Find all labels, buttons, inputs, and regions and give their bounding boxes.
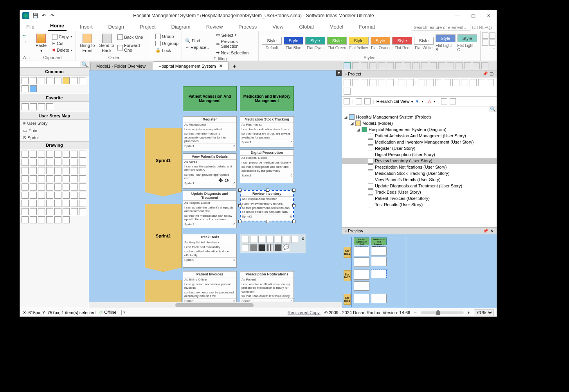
epic-shape[interactable]: Medication and Inventory Management — [240, 86, 294, 111]
usm-sprint[interactable]: SSprint — [20, 134, 89, 141]
expand-icon[interactable] — [356, 98, 362, 104]
shape-tool-icon[interactable] — [71, 192, 78, 199]
shape-tool-icon[interactable] — [30, 167, 37, 174]
menu-home[interactable]: Home — [48, 22, 67, 31]
shape-tool-icon[interactable] — [38, 200, 45, 207]
zoom-out-button[interactable]: − — [414, 310, 416, 315]
project-tool-icon[interactable] — [369, 79, 376, 86]
frame-tool-icon[interactable] — [54, 77, 61, 84]
panel-view-icon[interactable] — [447, 62, 454, 69]
menu-design[interactable]: Design — [106, 23, 126, 31]
project-tool-icon[interactable] — [478, 79, 485, 86]
story-card-review_inv[interactable]: Review InventoryAs Hospital Administrato… — [240, 190, 294, 221]
ribbon-back-icon[interactable]: ← — [22, 32, 27, 38]
fav2-icon[interactable] — [30, 103, 37, 110]
menu-project[interactable]: Project — [137, 23, 158, 31]
shape-tool-icon[interactable] — [30, 151, 37, 158]
shape-tool-icon[interactable] — [63, 200, 70, 207]
ctx-icon[interactable] — [275, 236, 282, 243]
panel-view-icon[interactable] — [404, 62, 411, 69]
ribbon-expand-icon[interactable]: ⌄ — [482, 46, 496, 50]
project-tool-icon[interactable] — [418, 79, 425, 86]
panel-view-icon[interactable] — [464, 62, 471, 69]
shape-tool-icon[interactable] — [38, 159, 45, 166]
project-tool-icon[interactable] — [470, 79, 477, 86]
usm-epic[interactable]: ▭Epic — [20, 127, 89, 134]
shape-tool-icon[interactable] — [54, 208, 61, 215]
close-button[interactable]: ✕ — [481, 10, 497, 21]
story-card-track_beds[interactable]: Track BedsAs Hospital AdministratorI can… — [183, 234, 237, 268]
zoom-thumb[interactable] — [436, 310, 440, 315]
canvas-scrollbar[interactable] — [89, 302, 342, 308]
menu-format[interactable]: Format — [357, 23, 377, 31]
panel-view-icon[interactable] — [421, 62, 428, 69]
card-tool-icon[interactable] — [22, 85, 29, 92]
shape-tool-icon[interactable] — [79, 208, 86, 215]
locate-icon[interactable] — [441, 98, 447, 104]
shape-tool-icon[interactable] — [22, 200, 29, 207]
collapse-icon[interactable] — [364, 98, 371, 104]
view-mode-button[interactable]: Hierarchical View ▾ — [376, 99, 413, 104]
shape-tool-icon[interactable] — [54, 167, 61, 174]
copy-button[interactable]: Copy▾ — [52, 34, 72, 40]
shape-tool-icon[interactable] — [63, 159, 70, 166]
panel-view-icon[interactable] — [387, 62, 394, 69]
project-tool-icon[interactable] — [487, 79, 494, 86]
shape-tool-icon[interactable] — [22, 216, 29, 223]
shape-tool-icon[interactable] — [22, 175, 29, 182]
shape-tool-icon[interactable] — [79, 200, 86, 207]
refresh-icon[interactable] — [344, 98, 350, 104]
note-tool-icon[interactable] — [63, 77, 70, 84]
tree-node[interactable]: Register (User Story) — [342, 145, 497, 151]
tree-node[interactable]: Patient Invoices (User Story) — [342, 195, 497, 201]
ctx-icon[interactable] — [291, 236, 298, 243]
style-cyan[interactable]: Style — [305, 37, 325, 45]
shape-tool-icon[interactable] — [30, 175, 37, 182]
ctx-comment-icon[interactable]: 💬 — [283, 244, 290, 251]
ctx-color-white[interactable] — [242, 244, 249, 251]
shape-tool-icon[interactable] — [71, 208, 78, 215]
registered-link[interactable]: Registered Copy. — [288, 310, 321, 315]
epic-shape[interactable]: Patient Admission And Managment — [183, 86, 237, 111]
project-tool-icon[interactable] — [427, 79, 434, 86]
tree-node[interactable]: Medication Stock Tracking (User Story) — [342, 170, 497, 176]
shape-tool-icon[interactable] — [30, 192, 37, 199]
ctx-icon[interactable] — [250, 236, 257, 243]
project-tool-icon[interactable] — [344, 79, 351, 86]
style-lcyan[interactable]: Style — [457, 34, 477, 42]
project-tool-icon[interactable] — [444, 79, 451, 86]
shape-tool-icon[interactable] — [30, 159, 37, 166]
shape-tool-icon[interactable] — [38, 208, 45, 215]
tree-node[interactable]: View Patient's Details (User Story) — [342, 176, 497, 183]
panel-view-icon[interactable] — [473, 62, 480, 69]
next-selection-button[interactable]: ➡Next Selection — [216, 50, 255, 56]
scrollbar-thumb[interactable] — [175, 303, 254, 307]
ribbon-opt4-icon[interactable] — [489, 40, 495, 46]
shape-tool-icon[interactable] — [71, 200, 78, 207]
shape-tool-icon[interactable] — [79, 151, 86, 158]
cursor-icon[interactable] — [22, 77, 29, 84]
panel-view-icon[interactable] — [456, 62, 463, 69]
panel-view-icon[interactable] — [344, 62, 351, 69]
selection-handle[interactable] — [266, 189, 269, 192]
shape-tool-icon[interactable] — [30, 208, 37, 215]
style-orange[interactable]: Style — [371, 37, 390, 45]
shape-tool-icon[interactable] — [79, 175, 86, 182]
style-yellow[interactable]: Style — [349, 37, 368, 45]
ctx-icon[interactable] — [283, 236, 290, 243]
menu-insert[interactable]: Insert — [77, 23, 95, 31]
tree-node[interactable]: ◢Hospital Management System (Project) — [342, 114, 497, 120]
story-card-register[interactable]: RegisterAs ReceptionistI can register a … — [183, 116, 237, 151]
tab-overview[interactable]: Model1 - Folder Overview — [90, 62, 151, 70]
move-icon[interactable] — [30, 77, 37, 84]
tree-node[interactable]: Update Diagnosis and Treatment (User Sto… — [342, 183, 497, 189]
shape-tool-icon[interactable] — [30, 200, 37, 207]
shape-tool-icon[interactable] — [38, 167, 45, 174]
pin-icon[interactable]: 📌 — [483, 71, 488, 76]
shape-tool-icon[interactable] — [38, 192, 45, 199]
panel-view-icon[interactable] — [430, 62, 437, 69]
shape-tool-icon[interactable] — [22, 208, 29, 215]
shape-tool-icon[interactable] — [79, 167, 86, 174]
ctx-color-dark2[interactable] — [275, 244, 282, 251]
project-tool-icon[interactable] — [452, 79, 459, 86]
